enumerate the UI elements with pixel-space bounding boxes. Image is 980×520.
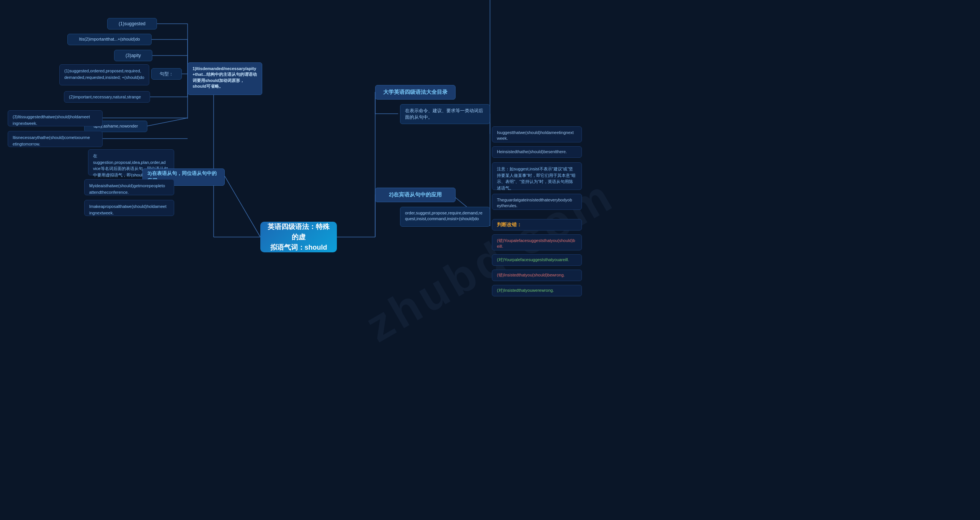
main-box-node: 1)Itisdemanded/necessary/apity +that...结… [188,62,262,95]
right-wrong1-text: (错)Youpalefacesuggeststhatyou(should)b e… [497,238,575,249]
main-box-text: 1)Itisdemanded/necessary/apity +that...结… [193,66,257,88]
right-judge-node: 判断改错： [492,219,582,231]
right-wrong2-node: (错)Insistedthatyou(should)bewrong. [492,270,582,281]
right-judge-text: 判断改错： [497,221,522,228]
right-example2-node: Heinsistedthathe(should)besentthere. [492,146,582,158]
right-verbs2-node: order,suggest,propose,require,demand,re … [400,207,490,227]
l5-text: (2)important,necessary,natural,strange [69,94,141,100]
right-example3-node: Theguardatgateinsistedthateverybodyobeyt… [492,194,582,210]
l1-node: (1)suggested [107,18,157,29]
l6-text: (3)Itissuggestedthatwe(should)holdameeti… [13,114,90,126]
sentence-type-text: 句型： [160,71,173,77]
l11-text: Myideaisthatwe(should)getmorepeopletoatt… [89,183,165,195]
l4-node: (1)suggested,ordered,proposed,required,d… [59,64,149,85]
right-wrong1-node: (错)Youpalefacesuggeststhatyou(should)b e… [492,234,582,250]
l5-node: (2)important,necessary,natural,strange [64,91,150,103]
svg-line-19 [225,176,260,237]
l7-node: Itisnecessarythathe(should)cometoourmeet… [8,131,103,147]
right-desc1-text: 在表示命令、建议、要求等一类动词后面的从句中。 [405,108,483,120]
l1-text: (1)suggested [119,21,145,27]
right-sub2-text: 2)在宾语从句中的应用 [389,191,442,199]
center-node: 英语四级语法：特殊的虚 拟语气词：should [260,222,337,252]
svg-line-18 [145,118,188,126]
l7-text: Itisnecessarythathe(should)cometoourmeet… [13,135,90,146]
right-note1-node: 注意：如suggest,insist不表示"建议"或"坚持要某人做某事"时，即它… [492,162,582,190]
center-title: 英语四级语法：特殊的虚 拟语气词：should [266,222,331,253]
l11-node: Myideaisthatwe(should)getmorepeopletoatt… [84,179,174,195]
l3-node: (3)apity [114,50,152,61]
right-top-node: 大学英语四级语法大全目录 [375,85,456,100]
right-top-text: 大学英语四级语法大全目录 [383,88,448,96]
right-right2-node: (对)Insistedthatyouwerewrong. [492,285,582,296]
right-right1-node: (对)Yourpalefacesuggeststhatyouareill. [492,254,582,266]
right-right2-text: (对)Insistedthatyouwerewrong. [497,288,554,293]
right-wrong2-text: (错)Insistedthatyou(should)bewrong. [497,272,565,278]
l12-node: Imakeaproposalthatwe(should)holdameeting… [84,200,174,216]
l2-text: Itis(2)importantthat...+(should)do [79,36,140,42]
right-verbs2-text: order,suggest,propose,require,demand,re … [405,211,482,221]
right-desc1-node: 在表示命令、建议、要求等一类动词后面的从句中。 [400,104,490,124]
right-sub2-node: 2)在宾语从句中的应用 [375,188,456,202]
right-example1-text: Isuggestthatwe(should)holdameetingnextwe… [497,130,574,141]
l2-node: Itis(2)importantthat...+(should)do [67,34,152,45]
l4-text: (1)suggested,ordered,proposed,required,d… [64,69,144,80]
right-example1-node: Isuggestthatwe(should)holdameetingnextwe… [492,126,582,142]
l3-text: (3)apity [126,52,141,59]
l6-node: (3)Itissuggestedthatwe(should)holdameeti… [8,110,103,126]
right-note1-text: 注意：如suggest,insist不表示"建议"或"坚持要某人做某事"时，即它… [497,167,576,190]
right-example3-text: Theguardatgateinsistedthateverybodyobeyt… [497,198,572,208]
right-right1-text: (对)Yourpalefacesuggeststhatyouareill. [497,257,569,263]
sentence-type-label: 句型： [151,68,182,80]
l12-text: Imakeaproposalthatwe(should)holdameeting… [89,204,167,215]
right-example2-text: Heinsistedthathe(should)besentthere. [497,149,567,155]
